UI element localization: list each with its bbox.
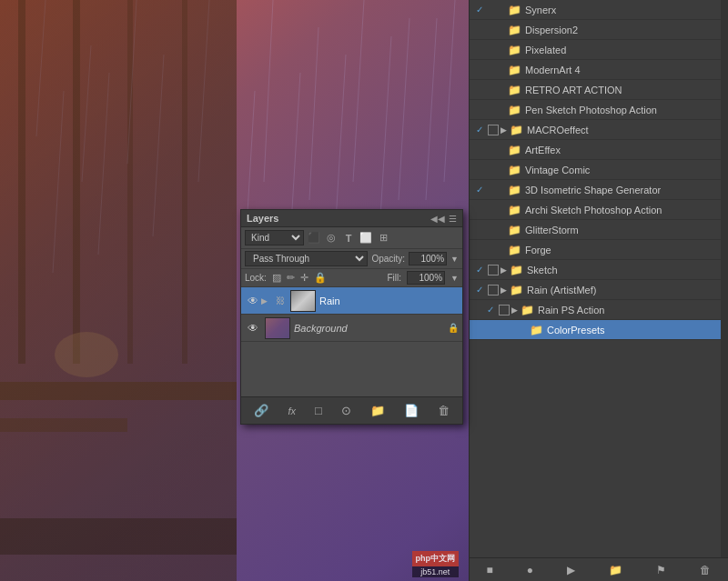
panel-collapse-icon[interactable]: ◀◀ [430,214,445,224]
toolbar-delete-btn[interactable]: 🗑 [434,402,453,419]
right-panel-scrollbar[interactable] [721,0,728,581]
right-panel-layer-list: ✓📁Synerx📁Dispersion2📁Pixelated📁ModernArt… [470,0,728,340]
lock-label: Lock: [245,273,267,283]
toolbar-new-layer-btn[interactable]: 📄 [400,402,422,419]
type-layer-icon: T [341,233,356,244]
rain-layer-name: Rain [319,296,459,306]
right-panel-item-rainpsaction[interactable]: ✓▶📁Rain PS Action [470,300,728,320]
toolbar-group-btn[interactable]: 📁 [367,402,389,419]
layer-name-forge: Forge [525,245,724,255]
right-panel-item-vintagecomic[interactable]: 📁Vintage Comic [470,160,728,180]
adjustment-layer-icon: ◎ [324,232,339,244]
fill-label: Fill: [388,273,402,283]
layer-name-pensketach: Pen Sketch Photoshop Action [525,105,724,115]
layer-name-archisketch: Archi Sketch Photoshop Action [525,205,724,215]
bg-thumbnail [265,317,290,339]
right-panel-item-macroeffect[interactable]: ✓▶📁MACROeffect [470,120,728,140]
right-panel-toolbar-flag[interactable]: ⚑ [656,564,666,576]
blend-row: Pass Through Opacity: ▼ [241,249,462,269]
rain-expand-arrow[interactable]: ▶ [261,296,274,306]
toolbar-mask-btn[interactable]: □ [311,402,326,419]
right-panel-item-rainartistmef[interactable]: ✓▶📁Rain (ArtistMef) [470,280,728,300]
opacity-label: Opacity: [371,254,405,264]
shape-layer-icon: ⬜ [359,232,373,244]
right-panel-item-3disometric[interactable]: ✓📁3D Isometric Shape Generator [470,180,728,200]
layer-name-macroeffect: MACROeffect [527,125,724,135]
right-panel-item-pensketach[interactable]: 📁Pen Sketch Photoshop Action [470,100,728,120]
layer-name-retroartaction: RETRO ART ACTION [525,85,724,95]
layer-name-colorpresets: ColorPresets [547,325,724,336]
layers-panel-empty [241,342,462,396]
layer-name-glitterstorm: GlitterStorm [525,225,724,235]
layer-name-sketch: Sketch [527,265,724,275]
layer-name-dispersion2: Dispersion2 [525,25,724,35]
right-panel-toolbar-square[interactable]: ■ [487,564,493,576]
right-panel-item-archisketch[interactable]: 📁Archi Sketch Photoshop Action [470,200,728,220]
layer-name-pixelated: Pixelated [525,45,724,55]
layer-name-arteffex: ArtEffex [525,145,724,155]
rain-thumbnail [290,290,316,312]
right-panel-item-arteffex[interactable]: 📁ArtEffex [470,140,728,160]
right-panel-toolbar-trash[interactable]: 🗑 [700,564,711,576]
wood-overlay [0,0,237,581]
right-panel-toolbar-circle[interactable]: ● [527,564,533,576]
layer-item-background[interactable]: 👁 Background 🔒 [241,315,462,342]
right-panel-item-synerx[interactable]: ✓📁Synerx [470,0,728,20]
right-panel-toolbar-play[interactable]: ▶ [567,564,575,576]
smart-object-icon: ⊞ [376,232,390,244]
right-panel: ✓📁Synerx📁Dispersion2📁Pixelated📁ModernArt… [469,0,728,581]
panel-layer-list: 👁 ▶ ⛓ Rain 👁 Background 🔒 [241,287,462,342]
toolbar-link-btn[interactable]: 🔗 [250,402,272,419]
toolbar-fx-btn[interactable]: fx [284,404,299,418]
right-panel-item-modernart4[interactable]: 📁ModernArt 4 [470,60,728,80]
eye-icon-background[interactable]: 👁 [245,320,261,336]
layers-panel-title: Layers [247,213,278,224]
opacity-arrow[interactable]: ▼ [450,255,459,264]
background-layer-name: Background [294,323,448,334]
layers-kind-row: Kind ⬛ ◎ T ⬜ ⊞ [241,227,462,249]
right-panel-item-dispersion2[interactable]: 📁Dispersion2 [470,20,728,40]
layers-panel-toolbar: 🔗 fx □ ⊙ 📁 📄 🗑 [241,396,462,424]
background-lock-icon: 🔒 [448,323,459,333]
layer-name-vintagecomic: Vintage Comic [525,165,724,175]
panel-menu-icon[interactable]: ☰ [449,214,457,224]
layer-item-rain[interactable]: 👁 ▶ ⛓ Rain [241,287,462,315]
lock-row: Lock: ▨ ✏ ✛ 🔒 Fill: ▼ [241,269,462,287]
layer-name-modernart4: ModernArt 4 [525,65,724,75]
watermark-label: php中文网 [412,551,460,566]
right-panel-item-sketch[interactable]: ✓▶📁Sketch [470,260,728,280]
right-panel-item-glitterstorm[interactable]: 📁GlitterStorm [470,220,728,240]
eye-icon-rain[interactable]: 👁 [245,293,261,309]
layer-name-rainartistmef: Rain (ArtistMef) [527,285,724,296]
pixel-layer-icon: ⬛ [307,232,321,244]
kind-select[interactable]: Kind [245,230,304,245]
layer-name-3disometric: 3D Isometric Shape Generator [525,185,724,195]
watermark: php中文网 jb51.net [412,551,460,577]
blend-mode-select[interactable]: Pass Through [245,251,368,266]
lock-pixels-icon[interactable]: ✏ [287,272,295,284]
layers-panel: Layers ◀◀ ☰ Kind ⬛ ◎ T ⬜ ⊞ Pass Through … [240,209,463,425]
fill-arrow[interactable]: ▼ [450,274,459,283]
watermark-site: jb51.net [412,566,460,577]
lock-all-icon[interactable]: 🔒 [314,272,327,284]
layers-panel-header-icons: ◀◀ ☰ [430,214,457,224]
lock-position-icon[interactable]: ✛ [300,272,308,284]
layer-name-synerx: Synerx [525,5,724,15]
opacity-input[interactable] [409,252,447,265]
toolbar-adjustment-btn[interactable]: ⊙ [338,402,355,419]
layer-name-rainpsaction: Rain PS Action [538,305,724,316]
right-panel-item-pixelated[interactable]: 📁Pixelated [470,40,728,60]
rain-link-icon: ⛓ [274,296,287,306]
right-panel-item-forge[interactable]: 📁Forge [470,240,728,260]
lock-transparent-icon[interactable]: ▨ [272,272,281,284]
right-panel-item-retroartaction[interactable]: 📁RETRO ART ACTION [470,80,728,100]
layers-panel-header[interactable]: Layers ◀◀ ☰ [241,210,462,227]
right-panel-toolbar-folder[interactable]: 📁 [609,564,622,576]
fill-input[interactable] [407,271,445,285]
right-panel-item-colorpresets[interactable]: 📁ColorPresets [470,320,728,340]
